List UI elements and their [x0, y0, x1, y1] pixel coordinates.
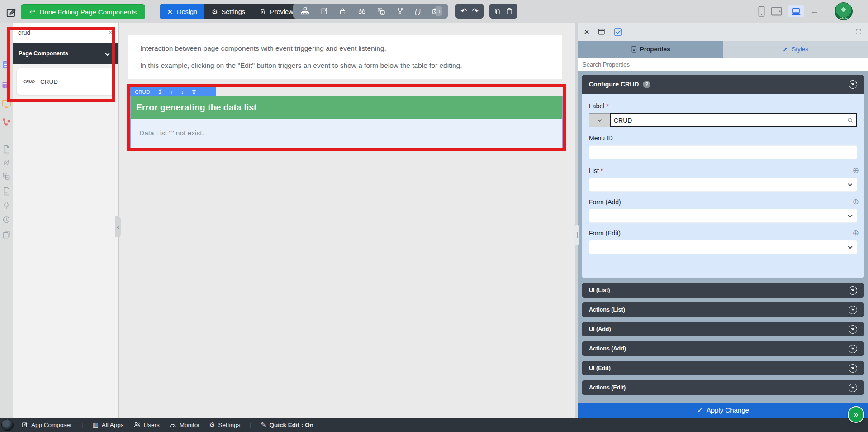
section-actions-add[interactable]: Actions (Add)	[582, 341, 864, 356]
styles-brush-icon	[783, 46, 788, 52]
add-form-edit-icon[interactable]: ⊕	[853, 229, 859, 237]
intro-paragraph-1: Interaction between page components with…	[140, 44, 550, 53]
section-ui-edit[interactable]: UI (Edit)	[582, 361, 864, 375]
toolbar-overflow-chevron[interactable]: ›	[436, 6, 442, 16]
tab-settings[interactable]: ⚙ Settings	[204, 4, 252, 19]
bottom-item-settings[interactable]: ⚙ Settings	[209, 422, 240, 428]
avatar[interactable]: admin	[835, 2, 853, 20]
check-icon: ✓	[697, 406, 703, 414]
move-up-icon[interactable]: ↑	[170, 88, 173, 95]
userview-monitor-icon[interactable]	[2, 100, 11, 108]
binoculars-icon[interactable]	[357, 7, 366, 15]
undo-icon[interactable]: ↶	[460, 7, 467, 15]
users-icon	[133, 422, 141, 428]
tab-properties[interactable]: Properties	[578, 41, 723, 58]
section-actions-edit[interactable]: Actions (Edit)	[582, 380, 864, 395]
move-top-icon[interactable]: ↥	[157, 88, 162, 95]
list-select[interactable]	[589, 178, 857, 192]
section-actions-list[interactable]: Actions (List)	[582, 302, 864, 317]
list-field-label: List *	[589, 167, 603, 174]
panel-resize-handle[interactable]	[574, 225, 579, 245]
tab-styles[interactable]: Styles	[723, 41, 868, 58]
form-edit-field-label: Form (Edit)	[589, 230, 621, 237]
braces-icon[interactable]: { }	[415, 8, 421, 14]
tab-design[interactable]: Design	[160, 4, 204, 19]
mobile-icon[interactable]	[758, 5, 765, 17]
add-form-add-icon[interactable]: ⊕	[853, 198, 859, 206]
error-banner: Error generating the data list	[131, 96, 562, 119]
bottom-item-quick-edit[interactable]: ✎ Quick Edit : On	[261, 422, 313, 428]
expand-section-icon	[849, 286, 857, 295]
form-builder-icon[interactable]	[320, 7, 328, 15]
bottom-item-all-apps[interactable]: ▦ All Apps	[93, 422, 124, 428]
configure-crud-header[interactable]: Configure CRUD ?	[582, 75, 864, 94]
lookup-icon[interactable]	[847, 117, 854, 124]
selected-checkbox-icon[interactable]	[613, 27, 623, 37]
collapse-section-icon[interactable]	[849, 80, 857, 89]
label-input[interactable]	[610, 113, 857, 127]
component-search-input[interactable]	[18, 29, 108, 36]
responsive-width-icon[interactable]: ↔	[810, 6, 819, 16]
page-components-header[interactable]: Page Components	[13, 43, 118, 64]
copy-icon[interactable]	[494, 8, 501, 15]
form-edit-select[interactable]	[589, 240, 857, 254]
branch-icon[interactable]	[396, 7, 404, 15]
properties-search-row	[578, 58, 868, 71]
bottom-item-users[interactable]: Users	[133, 422, 160, 428]
next-step-fab[interactable]: »	[848, 406, 864, 423]
label-field-label: Label *	[589, 102, 857, 110]
popout-window-icon[interactable]	[597, 28, 606, 36]
strip-translate-icon[interactable]	[3, 173, 10, 180]
expand-section-icon	[849, 306, 857, 314]
lock-icon[interactable]	[339, 7, 346, 15]
redo-icon[interactable]: ↷	[472, 7, 479, 15]
page-intro-card: Interaction between page components with…	[128, 35, 562, 79]
translate-icon[interactable]	[377, 7, 385, 15]
paste-icon[interactable]	[506, 8, 513, 15]
clear-search-icon[interactable]: ×	[108, 28, 113, 37]
script-file-icon[interactable]	[3, 187, 10, 196]
component-item-crud[interactable]: CRUD CRUD	[16, 68, 114, 95]
datalist-purple-icon[interactable]	[2, 82, 10, 88]
properties-search-input[interactable]	[578, 58, 868, 71]
tablet-icon[interactable]	[771, 7, 782, 16]
menu-id-input[interactable]	[589, 145, 857, 159]
gear-icon: ⚙	[209, 422, 215, 428]
sidebar-collapse-handle[interactable]: ‹	[115, 216, 121, 237]
fullscreen-icon[interactable]	[855, 28, 862, 35]
move-down-icon[interactable]: ↓	[181, 88, 184, 95]
desktop-icon[interactable]	[788, 5, 804, 17]
menu-id-field-label: Menu ID	[589, 134, 857, 142]
joget-logo[interactable]	[1, 419, 14, 431]
apply-change-button[interactable]: ✓ Apply Change	[578, 403, 868, 418]
form-builder-blue-icon[interactable]	[2, 61, 10, 69]
sitemap-icon[interactable]	[301, 7, 309, 15]
help-icon[interactable]: ?	[643, 81, 650, 88]
done-editing-button[interactable]: ↩ Done Editing Page Components	[21, 4, 145, 19]
properties-panel: × Properties Styles Configure CRUD ?	[578, 23, 868, 418]
plugin-icon[interactable]	[3, 202, 10, 210]
add-list-icon[interactable]: ⊕	[853, 167, 859, 174]
back-arrow-icon: ↩	[29, 8, 35, 16]
process-flow-icon[interactable]	[2, 118, 11, 126]
pages-template-icon[interactable]	[3, 230, 10, 239]
history-clock-icon[interactable]	[3, 216, 10, 224]
history-group: ↶ ↷	[455, 4, 484, 19]
section-ui-add[interactable]: UI (Add)	[582, 322, 864, 336]
variable-icon[interactable]: {x}	[4, 160, 9, 165]
page-icon[interactable]	[3, 145, 10, 154]
delete-icon[interactable]	[191, 89, 197, 95]
bottom-item-app-composer[interactable]: App Composer	[21, 422, 72, 428]
done-editing-label: Done Editing Page Components	[40, 8, 137, 16]
configure-crud-card: Configure CRUD ? Label * Menu	[582, 75, 864, 278]
form-add-select[interactable]	[589, 209, 857, 223]
close-panel-icon[interactable]: ×	[584, 26, 589, 37]
error-message: Data List "" not exist.	[131, 119, 562, 148]
section-ui-list[interactable]: UI (List)	[582, 283, 864, 298]
bottom-item-monitor[interactable]: Monitor	[169, 422, 200, 428]
crud-tag-label: CRUD	[135, 89, 150, 95]
grid-icon: ▦	[93, 422, 99, 428]
compose-icon[interactable]	[5, 7, 17, 19]
label-variable-dropdown[interactable]	[589, 113, 610, 127]
crud-component[interactable]: CRUD ↥ ↑ ↓ Error generating the data lis…	[130, 87, 563, 148]
